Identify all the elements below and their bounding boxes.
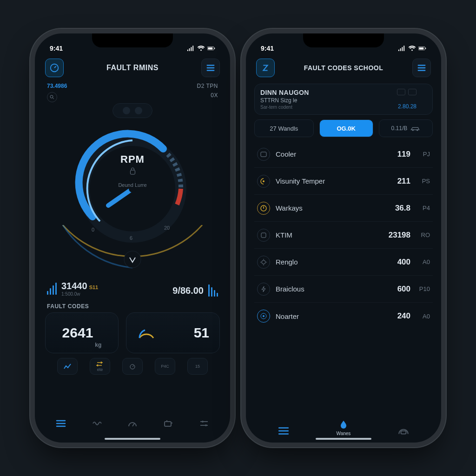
chip-4-label: P4C <box>161 364 169 369</box>
status-time: 9:41 <box>50 45 63 52</box>
svg-point-24 <box>263 315 264 317</box>
notch <box>303 33 384 47</box>
sensor-list: Cooler 119 PJ Visunity Temper 211 PS War… <box>254 141 433 330</box>
drop-icon <box>337 420 350 430</box>
signal-icon <box>63 363 72 370</box>
sliders-icon <box>198 419 210 428</box>
gauge-app-icon <box>49 63 60 73</box>
tab-bar <box>43 411 222 436</box>
svg-point-12 <box>205 424 207 426</box>
seg-primary[interactable]: OG.0K <box>319 119 373 137</box>
meta-row: 73.4986 D2 TPN 0X <box>43 80 222 102</box>
list-icon <box>278 426 290 436</box>
stat-left-suffix: S11 <box>89 284 99 290</box>
search-icon <box>49 94 55 100</box>
item-label: Warkays <box>276 204 383 212</box>
waves-icon <box>91 419 102 428</box>
item-label: Noarter <box>276 312 383 320</box>
chip-1[interactable] <box>57 358 78 375</box>
rpm-gauge: RPM Deund Lurre 0 6 20 <box>43 112 222 279</box>
top-bar: FAULT RMINS <box>43 54 222 80</box>
item-unit: A0 <box>414 258 430 265</box>
mini-gauge-icon <box>137 323 156 343</box>
tab-settings[interactable] <box>198 419 210 428</box>
warn-icon <box>257 202 270 215</box>
cooler-icon <box>257 148 270 161</box>
item-unit: P4 <box>414 205 430 212</box>
stat-right-value: 9/86.00 <box>172 285 204 296</box>
stat-left-bars <box>47 283 57 295</box>
app-icon-button[interactable] <box>45 59 64 77</box>
lock-icon <box>129 167 136 175</box>
svg-point-16 <box>412 129 414 131</box>
item-unit: A0 <box>414 313 430 320</box>
cellular-icon <box>398 46 406 51</box>
fault-cards: 2641 kg 51 <box>43 312 222 353</box>
seg-vehicle[interactable]: 0.11/B <box>379 119 433 137</box>
chip-4[interactable]: P4C <box>155 358 175 375</box>
list-item[interactable]: Renglo 400 A0 <box>254 249 433 276</box>
list-item[interactable]: Noarter 240 A0 <box>254 303 433 330</box>
panel-badge: 2.80.28 <box>398 103 416 110</box>
stat-right: 9/86.00 <box>172 284 218 297</box>
back-button[interactable] <box>256 59 275 77</box>
stat-left: 31440S11 1:500.0w <box>47 281 98 297</box>
stat-left-value: 31440S11 <box>61 281 98 291</box>
list-item[interactable]: Braiclous 600 P10 <box>254 276 433 303</box>
list-item[interactable]: Warkays 36.8 P4 <box>254 195 433 222</box>
svg-rect-7 <box>130 170 135 174</box>
fault-card-1[interactable]: 2641 kg <box>45 312 119 353</box>
search-button[interactable] <box>47 92 57 102</box>
menu-button[interactable] <box>412 59 431 77</box>
svg-point-4 <box>50 95 53 98</box>
hamburger-icon <box>205 63 216 73</box>
status-time: 9:41 <box>261 45 274 52</box>
svg-point-22 <box>262 260 265 264</box>
tab-dash[interactable] <box>397 426 410 436</box>
tab-engine[interactable] <box>163 419 174 428</box>
fault-codes-label: FAULT CODES <box>43 298 222 312</box>
home-indicator <box>316 438 371 440</box>
meta-right-top: D2 TPN <box>197 83 218 89</box>
list-icon <box>55 419 66 428</box>
list-item[interactable]: KTIM 23198 RO <box>254 222 433 249</box>
item-value: 211 <box>383 177 410 186</box>
seg-filter[interactable]: 27 Wandls <box>254 119 314 137</box>
item-value: 240 <box>383 311 410 321</box>
phone-dashboard: 9:41 FAULT RMINS 73.4986 D2 TPN 0X <box>35 33 230 443</box>
wifi-icon <box>197 46 205 51</box>
wifi-icon <box>408 46 416 51</box>
tab-menu[interactable] <box>278 426 290 436</box>
svg-point-11 <box>202 421 204 423</box>
meta-left: 73.4986 <box>47 83 67 89</box>
svg-point-19 <box>263 180 264 182</box>
tab-gauge[interactable] <box>127 419 138 428</box>
list-item[interactable]: Visunity Temper 211 PS <box>254 168 433 195</box>
tab-home[interactable] <box>55 419 66 428</box>
menu-button[interactable] <box>201 59 220 77</box>
gauge-skirt <box>53 225 212 276</box>
tab-wanes[interactable]: Wanes <box>337 420 351 436</box>
battery-icon <box>207 46 215 51</box>
top-bar: FAULT CODES SCHOOL <box>254 54 433 80</box>
swap-icon <box>96 361 104 367</box>
item-label: Visunity Temper <box>276 177 383 185</box>
status-icons <box>187 45 215 52</box>
chip-2[interactable]: ete <box>90 358 110 375</box>
item-value: 119 <box>383 150 410 159</box>
fault-card-2[interactable]: 51 <box>126 312 220 353</box>
chip-3[interactable] <box>122 358 143 375</box>
item-value: 400 <box>383 258 410 267</box>
tab-sensors[interactable] <box>91 419 102 428</box>
gauge-center: RPM Deund Lurre <box>118 153 146 188</box>
tab-label: Wanes <box>337 431 351 436</box>
car-icon <box>410 125 420 132</box>
engine-icon <box>163 419 174 428</box>
svg-point-17 <box>416 129 418 131</box>
chip-5[interactable]: 15 <box>187 358 208 375</box>
panel-sub1: STTRN Sizg le <box>260 97 427 104</box>
tab-bar: Wanes <box>254 408 433 436</box>
battery-icon <box>418 46 426 51</box>
list-item[interactable]: Cooler 119 PJ <box>254 141 433 168</box>
svg-rect-21 <box>261 233 266 238</box>
